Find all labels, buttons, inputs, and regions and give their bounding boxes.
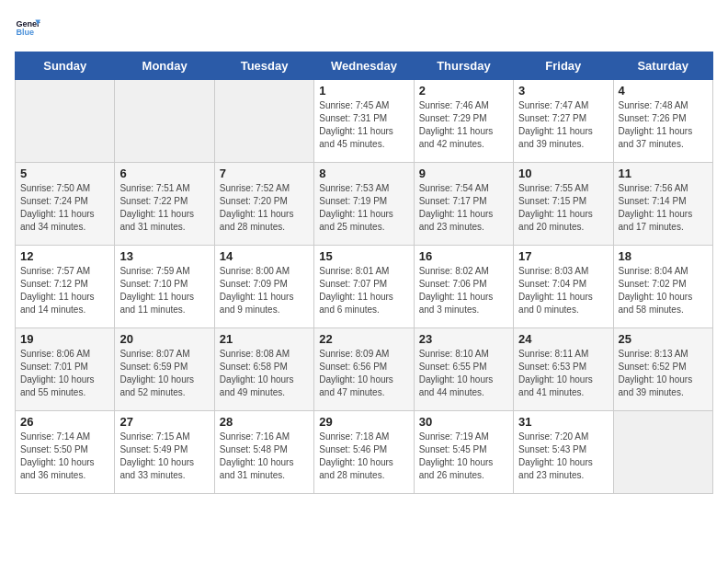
weekday-header-saturday: Saturday — [613, 52, 712, 80]
day-info: Sunrise: 8:07 AM Sunset: 6:59 PM Dayligh… — [119, 348, 209, 399]
day-number: 29 — [319, 415, 408, 429]
day-info: Sunrise: 7:19 AM Sunset: 5:45 PM Dayligh… — [419, 431, 508, 482]
day-number: 5 — [20, 167, 109, 180]
day-number: 22 — [319, 332, 408, 346]
day-number: 15 — [319, 249, 408, 263]
day-cell — [115, 80, 214, 163]
day-info: Sunrise: 8:06 AM Sunset: 7:01 PM Dayligh… — [20, 348, 109, 399]
day-number: 31 — [518, 415, 608, 429]
day-number: 14 — [220, 249, 309, 263]
weekday-header-thursday: Thursday — [414, 52, 513, 80]
day-info: Sunrise: 7:54 AM Sunset: 7:17 PM Dayligh… — [419, 182, 508, 234]
day-number: 28 — [220, 415, 309, 429]
day-number: 16 — [419, 249, 508, 263]
day-cell: 15Sunrise: 8:01 AM Sunset: 7:07 PM Dayli… — [314, 246, 414, 328]
day-cell: 10Sunrise: 7:55 AM Sunset: 7:15 PM Dayli… — [514, 163, 613, 246]
week-row-5: 26Sunrise: 7:14 AM Sunset: 5:50 PM Dayli… — [16, 411, 713, 494]
day-number: 18 — [619, 249, 708, 263]
day-cell: 9Sunrise: 7:54 AM Sunset: 7:17 PM Daylig… — [414, 163, 513, 246]
day-number: 13 — [119, 249, 209, 263]
day-cell: 16Sunrise: 8:02 AM Sunset: 7:06 PM Dayli… — [414, 246, 513, 328]
day-info: Sunrise: 7:46 AM Sunset: 7:29 PM Dayligh… — [419, 99, 508, 151]
day-info: Sunrise: 7:47 AM Sunset: 7:27 PM Dayligh… — [518, 99, 608, 151]
day-info: Sunrise: 8:11 AM Sunset: 6:53 PM Dayligh… — [518, 348, 608, 399]
day-number: 3 — [518, 84, 608, 98]
day-info: Sunrise: 8:04 AM Sunset: 7:02 PM Dayligh… — [619, 265, 708, 316]
day-number: 20 — [119, 332, 209, 346]
day-number: 19 — [20, 332, 109, 346]
day-info: Sunrise: 7:20 AM Sunset: 5:43 PM Dayligh… — [518, 431, 608, 482]
day-cell: 19Sunrise: 8:06 AM Sunset: 7:01 PM Dayli… — [16, 328, 115, 411]
day-cell: 1Sunrise: 7:45 AM Sunset: 7:31 PM Daylig… — [314, 80, 414, 163]
day-info: Sunrise: 7:56 AM Sunset: 7:14 PM Dayligh… — [619, 182, 708, 234]
day-cell: 4Sunrise: 7:48 AM Sunset: 7:26 PM Daylig… — [613, 80, 712, 163]
day-info: Sunrise: 7:14 AM Sunset: 5:50 PM Dayligh… — [20, 431, 109, 482]
day-info: Sunrise: 8:10 AM Sunset: 6:55 PM Dayligh… — [419, 348, 508, 399]
day-number: 10 — [518, 167, 608, 180]
day-info: Sunrise: 7:55 AM Sunset: 7:15 PM Dayligh… — [518, 182, 608, 234]
day-number: 4 — [619, 84, 708, 98]
day-cell: 5Sunrise: 7:50 AM Sunset: 7:24 PM Daylig… — [16, 163, 115, 246]
day-cell: 23Sunrise: 8:10 AM Sunset: 6:55 PM Dayli… — [414, 328, 513, 411]
day-cell: 27Sunrise: 7:15 AM Sunset: 5:49 PM Dayli… — [115, 411, 214, 494]
day-cell: 13Sunrise: 7:59 AM Sunset: 7:10 PM Dayli… — [115, 246, 214, 328]
weekday-header-wednesday: Wednesday — [314, 52, 414, 80]
day-info: Sunrise: 8:02 AM Sunset: 7:06 PM Dayligh… — [419, 265, 508, 316]
day-cell: 11Sunrise: 7:56 AM Sunset: 7:14 PM Dayli… — [613, 163, 712, 246]
day-cell: 22Sunrise: 8:09 AM Sunset: 6:56 PM Dayli… — [314, 328, 414, 411]
day-number: 17 — [518, 249, 608, 263]
day-info: Sunrise: 8:13 AM Sunset: 6:52 PM Dayligh… — [619, 348, 708, 399]
day-number: 26 — [20, 415, 109, 429]
day-number: 9 — [419, 167, 508, 180]
day-info: Sunrise: 7:48 AM Sunset: 7:26 PM Dayligh… — [619, 99, 708, 151]
logo-icon: General Blue — [15, 15, 40, 40]
day-cell: 17Sunrise: 8:03 AM Sunset: 7:04 PM Dayli… — [514, 246, 613, 328]
day-info: Sunrise: 7:59 AM Sunset: 7:10 PM Dayligh… — [119, 265, 209, 316]
day-info: Sunrise: 7:57 AM Sunset: 7:12 PM Dayligh… — [20, 265, 109, 316]
day-number: 6 — [119, 167, 209, 180]
day-number: 7 — [220, 167, 309, 180]
day-info: Sunrise: 8:01 AM Sunset: 7:07 PM Dayligh… — [319, 265, 408, 316]
day-info: Sunrise: 7:18 AM Sunset: 5:46 PM Dayligh… — [319, 431, 408, 482]
day-number: 24 — [518, 332, 608, 346]
day-cell: 30Sunrise: 7:19 AM Sunset: 5:45 PM Dayli… — [414, 411, 513, 494]
day-info: Sunrise: 7:53 AM Sunset: 7:19 PM Dayligh… — [319, 182, 408, 234]
week-row-2: 5Sunrise: 7:50 AM Sunset: 7:24 PM Daylig… — [16, 163, 713, 246]
weekday-header-sunday: Sunday — [16, 52, 115, 80]
day-info: Sunrise: 7:16 AM Sunset: 5:48 PM Dayligh… — [220, 431, 309, 482]
day-number: 2 — [419, 84, 508, 98]
day-cell: 20Sunrise: 8:07 AM Sunset: 6:59 PM Dayli… — [115, 328, 214, 411]
day-cell: 3Sunrise: 7:47 AM Sunset: 7:27 PM Daylig… — [514, 80, 613, 163]
day-cell — [214, 80, 313, 163]
day-cell: 7Sunrise: 7:52 AM Sunset: 7:20 PM Daylig… — [214, 163, 313, 246]
day-cell: 18Sunrise: 8:04 AM Sunset: 7:02 PM Dayli… — [613, 246, 712, 328]
weekday-header-friday: Friday — [514, 52, 613, 80]
day-cell: 25Sunrise: 8:13 AM Sunset: 6:52 PM Dayli… — [613, 328, 712, 411]
day-cell: 29Sunrise: 7:18 AM Sunset: 5:46 PM Dayli… — [314, 411, 414, 494]
day-info: Sunrise: 7:51 AM Sunset: 7:22 PM Dayligh… — [119, 182, 209, 234]
week-row-1: 1Sunrise: 7:45 AM Sunset: 7:31 PM Daylig… — [16, 80, 713, 163]
day-number: 30 — [419, 415, 508, 429]
day-info: Sunrise: 7:52 AM Sunset: 7:20 PM Dayligh… — [220, 182, 309, 234]
calendar-table: SundayMondayTuesdayWednesdayThursdayFrid… — [15, 52, 713, 494]
svg-text:Blue: Blue — [16, 28, 34, 37]
day-info: Sunrise: 8:03 AM Sunset: 7:04 PM Dayligh… — [518, 265, 608, 316]
day-number: 23 — [419, 332, 508, 346]
day-cell — [613, 411, 712, 494]
day-number: 27 — [119, 415, 209, 429]
day-info: Sunrise: 8:09 AM Sunset: 6:56 PM Dayligh… — [319, 348, 408, 399]
day-number: 11 — [619, 167, 708, 180]
day-cell: 26Sunrise: 7:14 AM Sunset: 5:50 PM Dayli… — [16, 411, 115, 494]
day-cell: 12Sunrise: 7:57 AM Sunset: 7:12 PM Dayli… — [16, 246, 115, 328]
day-cell: 21Sunrise: 8:08 AM Sunset: 6:58 PM Dayli… — [214, 328, 313, 411]
day-number: 12 — [20, 249, 109, 263]
day-number: 25 — [619, 332, 708, 346]
day-info: Sunrise: 7:50 AM Sunset: 7:24 PM Dayligh… — [20, 182, 109, 234]
day-cell: 31Sunrise: 7:20 AM Sunset: 5:43 PM Dayli… — [514, 411, 613, 494]
day-cell — [16, 80, 115, 163]
page-header: General Blue — [15, 15, 713, 40]
day-info: Sunrise: 7:15 AM Sunset: 5:49 PM Dayligh… — [119, 431, 209, 482]
day-cell: 24Sunrise: 8:11 AM Sunset: 6:53 PM Dayli… — [514, 328, 613, 411]
week-row-3: 12Sunrise: 7:57 AM Sunset: 7:12 PM Dayli… — [16, 246, 713, 328]
day-cell: 28Sunrise: 7:16 AM Sunset: 5:48 PM Dayli… — [214, 411, 313, 494]
